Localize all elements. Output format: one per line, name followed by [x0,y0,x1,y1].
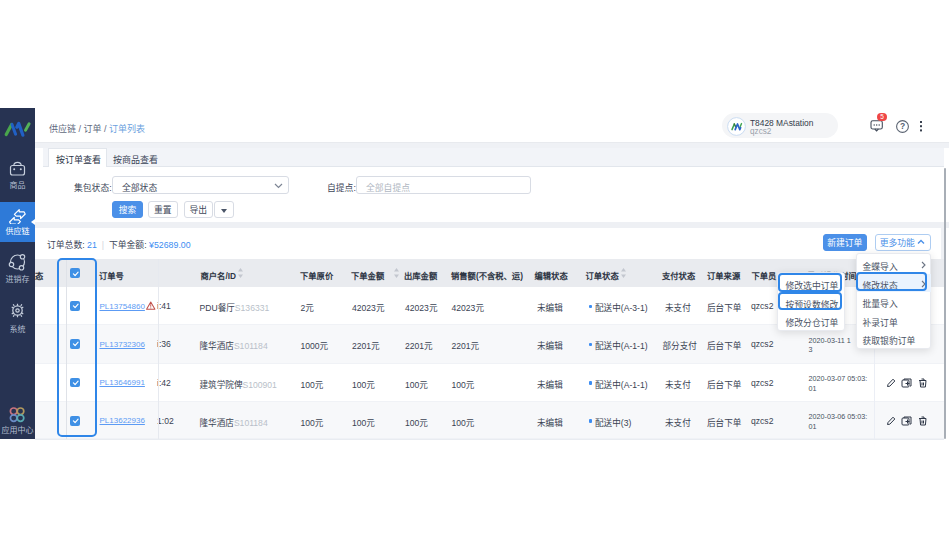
svg-text:?: ? [900,121,905,131]
